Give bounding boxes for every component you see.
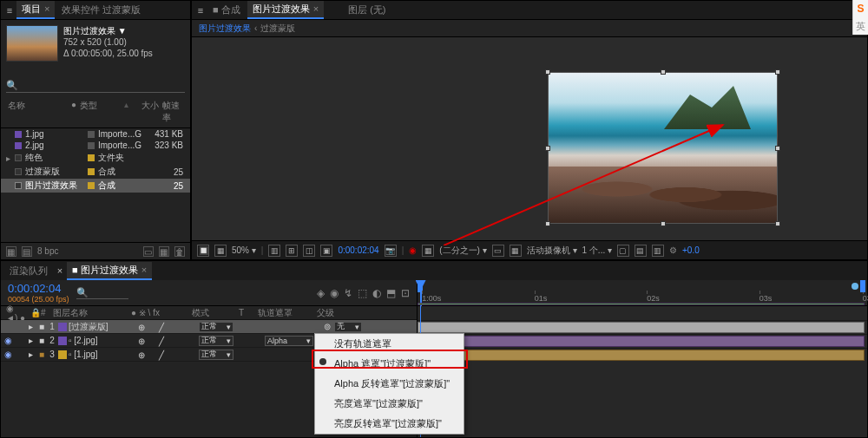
alpha-icon[interactable]: ▦ — [214, 245, 227, 257]
viewer-toolbar: 🔲 ▦ 50% ▾ | ▥ ⊞ ◫ ▣ 0:00:02:04 📷 | ◉ ▦ (… — [192, 240, 867, 259]
breadcrumb-item[interactable]: 图片过渡效果 — [199, 23, 251, 35]
ime-indicator[interactable]: S 英 — [852, 0, 868, 35]
transform-handle[interactable] — [661, 69, 666, 75]
layer-bar[interactable] — [418, 336, 865, 347]
menu-item[interactable]: 没有轨道遮罩 — [315, 334, 464, 354]
check-icon — [319, 358, 326, 365]
close-icon[interactable]: × — [44, 3, 49, 14]
search-input[interactable]: 🔍 — [76, 287, 128, 299]
breadcrumb-item[interactable]: 过渡蒙版 — [260, 23, 295, 35]
selected-thumbnail — [6, 25, 58, 62]
zoom-dropdown[interactable]: 50% ▾ — [232, 245, 256, 255]
motion-blur-icon[interactable]: ◐ — [372, 287, 381, 299]
blend-mode-dropdown[interactable]: 正常▾ — [199, 322, 233, 332]
close-icon[interactable]: × — [55, 265, 65, 276]
composition-viewer[interactable] — [192, 37, 867, 240]
flowchart-icon[interactable]: ▤ — [22, 246, 32, 257]
bin-item[interactable]: ▸纯色文件夹 — [1, 151, 190, 165]
menu-item[interactable]: Alpha 反转遮罩"[过渡蒙版]" — [315, 374, 464, 394]
mask-icon[interactable]: ▣ — [320, 245, 332, 257]
interpret-icon[interactable]: ▦ — [6, 246, 16, 257]
track-matte-menu[interactable]: 没有轨道遮罩 Alpha 遮罩"[过渡蒙版]" Alpha 反转遮罩"[过渡蒙版… — [314, 333, 464, 435]
parent-dropdown[interactable]: 无▾ — [334, 322, 362, 332]
work-area-end[interactable] — [860, 280, 865, 292]
close-icon[interactable]: × — [313, 3, 319, 14]
visibility-toggle[interactable]: ◉ — [4, 350, 16, 359]
draft-3d-icon[interactable]: ◉ — [330, 287, 339, 299]
project-footer: ▦ ▤ 8 bpc ▭ ▦ 🗑 — [1, 242, 190, 259]
menu-item[interactable]: 亮度反转遮罩"[过渡蒙版]" — [315, 414, 464, 434]
frame-blend-icon[interactable]: ⬚ — [358, 287, 367, 299]
timeline-icon[interactable]: ▥ — [652, 245, 664, 257]
menu-item[interactable]: Alpha 遮罩"[过渡蒙版]" — [315, 354, 464, 374]
search-input[interactable]: 🔍 — [6, 79, 185, 93]
timeline-columns: ◉ ◄) ● 🔒 # 图层名称 ● ※ \ fx 模式 T 轨道遮罩 父级 — [1, 306, 417, 320]
tab-layer[interactable]: 图层 (无) — [343, 2, 391, 18]
time-ruler[interactable]: 1:00s 01s 02s 03s 03s — [418, 280, 867, 305]
new-bin-icon[interactable]: ▭ — [143, 246, 154, 257]
timeline-tracks[interactable] — [418, 306, 867, 437]
tab-composition[interactable]: ■ 合成 — [207, 2, 246, 18]
trash-icon[interactable]: 🗑 — [174, 246, 185, 257]
magnify-icon[interactable]: 🔲 — [197, 245, 209, 257]
graph-editor-icon[interactable]: ⬒ — [386, 287, 396, 299]
views-dropdown[interactable]: 1 个... ▾ — [582, 245, 612, 257]
transform-handle[interactable] — [545, 146, 550, 151]
tab-render-queue[interactable]: 渲染队列 — [4, 263, 53, 279]
layer-bar[interactable] — [418, 350, 865, 361]
timeline-layer[interactable]: ▸ ■ 1 [过渡蒙版] ⊕╱ 正常▾ ⊚ 无▾ — [1, 320, 417, 334]
blend-mode-dropdown[interactable]: 正常▾ — [199, 350, 233, 360]
region-icon[interactable]: ◉ — [409, 245, 417, 255]
transform-handle[interactable] — [775, 69, 780, 75]
ime-lang[interactable]: 英 — [853, 17, 868, 35]
project-bin[interactable]: 1.jpgImporte...G431 KB 2.jpgImporte...G3… — [1, 128, 190, 242]
transparency-icon[interactable]: ▦ — [422, 245, 434, 257]
exposure-value[interactable]: +0.0 — [682, 245, 700, 255]
brainstorm-icon[interactable]: ⊡ — [401, 287, 410, 299]
comp-canvas[interactable] — [548, 72, 778, 224]
tab-timeline-comp[interactable]: ■ 图片过渡效果× — [67, 262, 152, 280]
timecode[interactable]: 0:00:02:04 00054 (25.00 fps) — [8, 282, 69, 304]
search-icon: 🔍 — [6, 80, 18, 91]
res-icon[interactable]: ▥ — [268, 245, 280, 257]
selected-metadata: 图片过渡效果 ▼ 752 x 520 (1.00) Δ 0:00:05:00, … — [63, 25, 153, 59]
pixel-aspect-icon[interactable]: ▢ — [617, 245, 629, 257]
transform-handle[interactable] — [661, 221, 666, 226]
current-time[interactable]: 0:00:02:04 — [338, 245, 378, 255]
grid-icon[interactable]: ⊞ — [286, 245, 298, 257]
tab-effect-controls[interactable]: 效果控件 过渡蒙版 — [56, 2, 146, 18]
preview-image — [549, 73, 777, 223]
camera-dropdown[interactable]: 活动摄像机 ▾ — [527, 245, 577, 257]
menu-icon[interactable]: ≡ — [4, 5, 15, 16]
snapshot-icon[interactable]: 📷 — [385, 245, 397, 257]
hide-shy-icon[interactable]: ↯ — [344, 287, 352, 299]
project-columns: 名称 ● 类型 ▴ 大小 帧速率 — [1, 96, 190, 128]
new-comp-icon[interactable]: ▦ — [159, 246, 169, 257]
visibility-toggle[interactable]: ◉ — [4, 336, 16, 345]
transform-handle[interactable] — [545, 221, 550, 226]
breadcrumb: 图片过渡效果 ‹ 过渡蒙版 — [192, 20, 867, 37]
bin-item[interactable]: 2.jpgImporte...G323 KB — [1, 140, 190, 151]
guides-icon[interactable]: ◫ — [303, 245, 315, 257]
3d-icon[interactable]: ▦ — [510, 245, 522, 257]
fast-draft-icon[interactable]: ▤ — [635, 245, 647, 257]
bin-item[interactable]: 过渡蒙版合成25 — [1, 165, 190, 179]
exposure-icon[interactable]: ⚙ — [669, 245, 677, 255]
tab-project[interactable]: 项目× — [16, 1, 55, 19]
bin-item[interactable]: 1.jpgImporte...G431 KB — [1, 128, 190, 140]
transform-handle[interactable] — [775, 221, 780, 226]
layer-bar[interactable] — [418, 322, 865, 333]
transform-handle[interactable] — [545, 69, 550, 75]
menu-item[interactable]: 亮度遮罩"[过渡蒙版]" — [315, 394, 464, 414]
track-matte-dropdown[interactable]: Alpha▾ — [265, 336, 313, 346]
tab-comp-view[interactable]: 图片过渡效果× — [247, 1, 324, 19]
resolution-dropdown[interactable]: (二分之一) ▾ — [439, 245, 486, 257]
transform-handle[interactable] — [775, 146, 780, 151]
comp-mini-flow-icon[interactable]: ◈ — [317, 287, 325, 299]
bin-item[interactable]: 图片过渡效果合成25 — [1, 179, 190, 193]
ime-logo-icon: S — [853, 0, 868, 17]
menu-icon[interactable]: ≡ — [195, 5, 206, 16]
fast-preview-icon[interactable]: ▭ — [492, 245, 504, 257]
blend-mode-dropdown[interactable]: 正常▾ — [199, 336, 233, 346]
